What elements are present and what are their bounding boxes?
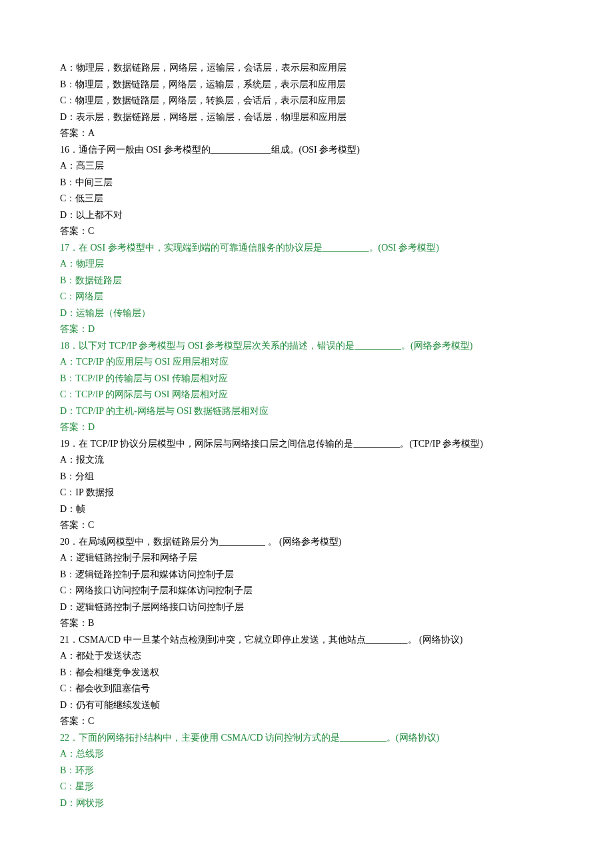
- text-line: A：报文流: [60, 452, 553, 469]
- text-line: 答案：D: [60, 419, 553, 436]
- text-line: 答案：C: [60, 713, 553, 730]
- document-body: A：物理层，数据链路层，网络层，运输层，会话层，表示层和应用层B：物理层，数据链…: [60, 60, 553, 811]
- text-line: D：表示层，数据链路层，网络层，运输层，会话层，物理层和应用层: [60, 109, 553, 126]
- text-line: C：物理层，数据链路层，网络层，转换层，会话后，表示层和应用层: [60, 93, 553, 109]
- text-line: A：高三层: [60, 158, 553, 175]
- text-line: D：以上都不对: [60, 207, 553, 224]
- text-line: B：环形: [60, 763, 553, 779]
- text-line: C：都会收到阻塞信号: [60, 681, 553, 697]
- text-line: 21．CSMA/CD 中一旦某个站点检测到冲突，它就立即停止发送，其他站点___…: [60, 632, 553, 649]
- text-line: 答案：A: [60, 125, 553, 142]
- text-line: 18．以下对 TCP/IP 参考模型与 OSI 参考模型层次关系的描述，错误的是…: [60, 338, 553, 355]
- text-line: 19．在 TCP/IP 协议分层模型中，网际层与网络接口层之间信息传输的是___…: [60, 436, 553, 453]
- text-line: A：TCP/IP 的应用层与 OSI 应用层相对应: [60, 354, 553, 371]
- text-line: 20．在局域网模型中，数据链路层分为__________ 。 (网络参考模型): [60, 534, 553, 551]
- text-line: B：中间三层: [60, 175, 553, 191]
- text-line: D：仍有可能继续发送帧: [60, 697, 553, 714]
- text-line: A：逻辑链路控制子层和网络子层: [60, 550, 553, 567]
- text-line: A：都处于发送状态: [60, 648, 553, 665]
- text-line: 答案：C: [60, 223, 553, 240]
- text-line: B：物理层，数据链路层，网络层，运输层，系统层，表示层和应用层: [60, 77, 553, 93]
- text-line: D：网状形: [60, 795, 553, 812]
- text-line: 答案：B: [60, 615, 553, 632]
- text-line: 17．在 OSI 参考模型中，实现端到端的可靠通信服务的协议层是________…: [60, 240, 553, 257]
- text-line: 答案：C: [60, 517, 553, 534]
- text-line: D：运输层（传输层）: [60, 305, 553, 322]
- text-line: A：物理层: [60, 256, 553, 273]
- text-line: D：帧: [60, 501, 553, 518]
- text-line: D：TCP/IP 的主机-网络层与 OSI 数据链路层相对应: [60, 403, 553, 420]
- text-line: B：都会相继竞争发送权: [60, 665, 553, 681]
- text-line: D：逻辑链路控制子层网络接口访问控制子层: [60, 599, 553, 616]
- text-line: 22．下面的网络拓扑结构中，主要使用 CSMA/CD 访问控制方式的是_____…: [60, 730, 553, 747]
- text-line: C：网络接口访问控制子层和媒体访问控制子层: [60, 583, 553, 599]
- text-line: B：分组: [60, 469, 553, 485]
- text-line: C：IP 数据报: [60, 485, 553, 501]
- text-line: C：TCP/IP 的网际层与 OSI 网络层相对应: [60, 387, 553, 403]
- text-line: 答案：D: [60, 321, 553, 338]
- text-line: 16．通信子网一般由 OSI 参考模型的_____________组成。(OSI…: [60, 142, 553, 159]
- text-line: B：数据链路层: [60, 273, 553, 289]
- text-line: C：网络层: [60, 289, 553, 305]
- text-line: C：星形: [60, 779, 553, 795]
- text-line: A：总线形: [60, 746, 553, 763]
- text-line: C：低三层: [60, 191, 553, 207]
- text-line: B：逻辑链路控制子层和媒体访问控制子层: [60, 567, 553, 583]
- text-line: B：TCP/IP 的传输层与 OSI 传输层相对应: [60, 371, 553, 387]
- text-line: A：物理层，数据链路层，网络层，运输层，会话层，表示层和应用层: [60, 60, 553, 77]
